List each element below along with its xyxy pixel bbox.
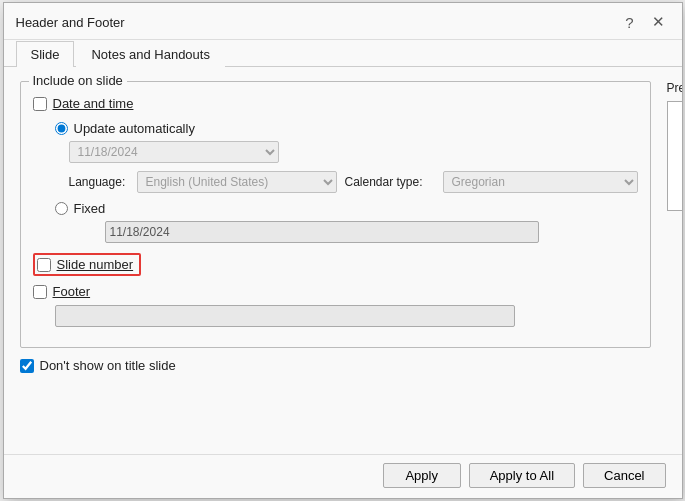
fixed-label: Fixed — [74, 201, 106, 216]
update-auto-radio[interactable] — [55, 122, 68, 135]
footer-label: Footer — [53, 284, 91, 299]
calendar-label: Calendar type: — [345, 175, 435, 189]
preview-label: Preview — [667, 81, 682, 95]
fixed-row: Fixed — [55, 201, 638, 216]
date-select[interactable]: 11/18/2024 — [69, 141, 279, 163]
preview-inner — [681, 114, 682, 199]
date-time-checkbox[interactable] — [33, 97, 47, 111]
slide-number-row: Slide number — [33, 253, 638, 276]
apply-to-all-button[interactable]: Apply to All — [469, 463, 575, 488]
header-footer-dialog: Header and Footer ? ✕ Slide Notes and Ha… — [3, 2, 683, 499]
calendar-select[interactable]: Gregorian — [443, 171, 638, 193]
footer-checkbox[interactable] — [33, 285, 47, 299]
date-time-row: Date and time — [33, 96, 638, 111]
dialog-title: Header and Footer — [16, 15, 125, 30]
close-button[interactable]: ✕ — [647, 11, 670, 33]
language-select[interactable]: English (United States) — [137, 171, 337, 193]
dont-show-label: Don't show on title slide — [40, 358, 176, 373]
footer-text-input[interactable] — [55, 305, 515, 327]
apply-button[interactable]: Apply — [383, 463, 461, 488]
left-panel: Include on slide Date and time Update au… — [20, 81, 651, 444]
update-auto-label: Update automatically — [74, 121, 195, 136]
fixed-input-row — [69, 221, 638, 243]
right-panel: Preview — [667, 81, 682, 444]
title-bar: Header and Footer ? ✕ — [4, 3, 682, 40]
group-legend: Include on slide — [29, 73, 127, 88]
lang-cal-row: Language: English (United States) Calend… — [69, 171, 638, 193]
slide-number-checkbox[interactable] — [37, 258, 51, 272]
fixed-date-input[interactable] — [105, 221, 539, 243]
tab-notes-handouts[interactable]: Notes and Handouts — [76, 41, 225, 67]
include-on-slide-group: Include on slide Date and time Update au… — [20, 81, 651, 348]
language-label: Language: — [69, 175, 129, 189]
update-auto-row: Update automatically — [55, 121, 638, 136]
tab-slide[interactable]: Slide — [16, 41, 75, 67]
preview-box — [667, 101, 682, 211]
dialog-body: Include on slide Date and time Update au… — [4, 67, 682, 454]
dialog-footer: Apply Apply to All Cancel — [4, 454, 682, 498]
slide-number-label: Slide number — [57, 257, 134, 272]
help-button[interactable]: ? — [620, 12, 638, 33]
date-time-label: Date and time — [53, 96, 134, 111]
fixed-radio[interactable] — [55, 202, 68, 215]
dont-show-row: Don't show on title slide — [20, 358, 651, 373]
footer-input-row — [55, 305, 638, 327]
footer-row: Footer — [33, 284, 638, 299]
slide-number-highlight: Slide number — [33, 253, 142, 276]
dont-show-checkbox[interactable] — [20, 359, 34, 373]
date-dropdown-row: 11/18/2024 — [69, 141, 638, 163]
tab-bar: Slide Notes and Handouts — [4, 40, 682, 67]
cancel-button[interactable]: Cancel — [583, 463, 665, 488]
